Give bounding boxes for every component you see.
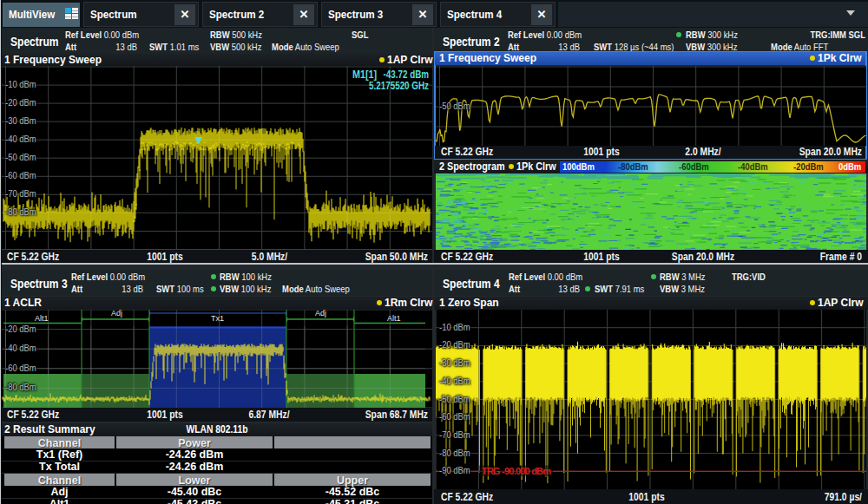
svg-text:Alt1: Alt1 [35, 314, 49, 323]
svg-text:Adj: Adj [111, 310, 122, 317]
svg-text:Alt1: Alt1 [387, 314, 401, 323]
svg-text:Adj: Adj [315, 310, 326, 317]
svg-text:TRG -90.000 dBm: TRG -90.000 dBm [482, 466, 551, 476]
svg-text:Tx1: Tx1 [211, 314, 224, 323]
